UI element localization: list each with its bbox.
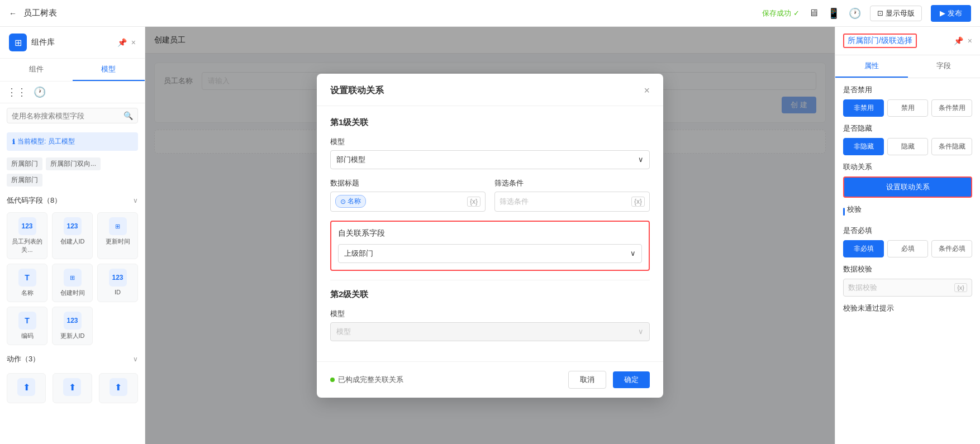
comp-icon-3: T <box>18 269 36 287</box>
pin-icon[interactable]: 📌 <box>117 38 127 47</box>
required-btn-group: 非必填 必填 条件必填 <box>843 240 972 257</box>
divider <box>330 280 650 280</box>
search-input[interactable] <box>12 112 123 120</box>
component-item-6[interactable]: T 编码 <box>7 307 47 345</box>
component-item-3[interactable]: T 名称 <box>7 264 47 302</box>
save-success-indicator: 保存成功 ✓ <box>762 8 800 18</box>
tab-attributes[interactable]: 属性 <box>835 55 908 78</box>
action-section-header[interactable]: 动作（3） ∨ <box>0 350 145 369</box>
comp-icon-5: 123 <box>109 269 127 287</box>
right-sidebar-title: 所属部门/级联选择 <box>843 34 917 48</box>
data-title-input[interactable]: ⊙ 名称 {x} <box>330 192 486 212</box>
component-item-2[interactable]: ⊞ 更新时间 <box>97 212 138 259</box>
non-disabled-option[interactable]: 非禁用 <box>843 99 884 117</box>
set-linkage-button[interactable]: 设置联动关系 <box>843 176 972 198</box>
topbar: ← 员工树表 保存成功 ✓ 🖥 📱 🕐 ⊡ 显示母版 ▶ 发布 <box>0 0 980 27</box>
low-code-title: 低代码字段（8） <box>7 195 61 206</box>
is-disabled-label: 是否禁用 <box>843 85 972 95</box>
validate-fx-label[interactable]: {x} <box>954 283 967 292</box>
component-item-5[interactable]: 123 ID <box>97 264 138 302</box>
hidden-option[interactable]: 隐藏 <box>887 138 928 155</box>
data-validate-input[interactable]: 数据校验 {x} <box>843 279 972 297</box>
modal-dialog: 设置联动关系 × 第1级关联 模型 部门模型 ∨ <box>317 74 663 398</box>
upload-icon-1: ⬆ <box>17 378 35 396</box>
low-code-section-header[interactable]: 低代码字段（8） ∨ <box>0 191 145 210</box>
modal-footer: 已构成完整关联关系 取消 确定 <box>317 361 663 398</box>
right-body: 是否禁用 非禁用 禁用 条件禁用 是否隐藏 非隐藏 隐藏 条件隐藏 联动关系 设… <box>835 78 980 444</box>
sidebar-title: 组件库 <box>31 37 117 47</box>
device-icons: 🖥 📱 🕐 <box>808 7 861 20</box>
right-close-icon[interactable]: × <box>968 36 972 45</box>
right-pin-icon[interactable]: 📌 <box>954 36 963 45</box>
upload-item-1[interactable]: ⬆ <box>7 373 46 403</box>
action-arrow-icon: ∨ <box>133 355 138 363</box>
modal-body: 第1级关联 模型 部门模型 ∨ 数据标题 ⊙ <box>317 106 663 361</box>
display-icon: ⊡ <box>877 9 883 17</box>
publish-icon: ▶ <box>940 9 945 17</box>
close-icon[interactable]: × <box>131 38 136 47</box>
component-item-1[interactable]: 123 创建人ID <box>52 212 93 259</box>
back-button[interactable]: ← <box>9 9 17 18</box>
data-validate-label: 数据校验 <box>843 264 972 274</box>
desktop-icon[interactable]: 🖥 <box>808 7 819 19</box>
logo-icon: ⊞ <box>15 37 22 48</box>
check-icon: ✓ <box>793 9 800 17</box>
comp-icon-7: 123 <box>64 312 82 330</box>
page-title: 员工树表 <box>23 8 57 18</box>
level2-model-label: 模型 <box>330 309 650 319</box>
component-item-7[interactable]: 123 更新人ID <box>52 307 93 345</box>
self-relation-select[interactable]: 上级部门 ∨ <box>338 244 642 263</box>
cancel-button[interactable]: 取消 <box>568 371 606 389</box>
component-item-4[interactable]: ⊞ 创建时间 <box>52 264 93 302</box>
model-tag-2[interactable]: 所属部门 <box>7 174 42 187</box>
tab-fields[interactable]: 字段 <box>908 55 981 78</box>
comp-icon-0: 123 <box>18 217 36 235</box>
self-select-arrow-icon: ∨ <box>630 249 636 257</box>
tab-components[interactable]: 组件 <box>0 59 73 81</box>
right-tabs: 属性 字段 <box>835 55 980 78</box>
self-relation-box: 自关联系字段 上级部门 ∨ <box>330 221 650 271</box>
upload-item-3[interactable]: ⬆ <box>99 373 138 403</box>
non-required-option[interactable]: 非必填 <box>843 240 884 257</box>
save-success-text: 保存成功 <box>762 8 791 18</box>
filter-input[interactable]: 筛选条件 {x} <box>494 192 650 212</box>
confirm-button[interactable]: 确定 <box>613 371 650 388</box>
sidebar-tabs: 组件 模型 <box>0 59 145 82</box>
model-select[interactable]: 部门模型 ∨ <box>330 150 650 169</box>
modal-header: 设置联动关系 × <box>317 74 663 106</box>
green-dot <box>330 378 335 382</box>
model-tag-0[interactable]: 所属部门 <box>7 157 42 170</box>
mobile-icon[interactable]: 📱 <box>827 7 840 20</box>
validate-divider-bar <box>843 208 845 216</box>
model-tag-1[interactable]: 所属部门双向... <box>46 157 101 170</box>
level2-model-select[interactable]: 模型 ∨ <box>330 322 650 341</box>
topbar-right: 保存成功 ✓ 🖥 📱 🕐 ⊡ 显示母版 ▶ 发布 <box>762 5 971 22</box>
non-hidden-option[interactable]: 非隐藏 <box>843 138 884 155</box>
conditional-hidden-option[interactable]: 条件隐藏 <box>931 138 972 155</box>
disabled-option[interactable]: 禁用 <box>887 99 928 117</box>
conditional-disabled-option[interactable]: 条件禁用 <box>931 99 972 117</box>
component-item-0[interactable]: 123 员工列表的关... <box>7 212 47 259</box>
validate-fail-label: 校验未通过提示 <box>843 303 972 313</box>
level1-title: 第1级关联 <box>330 117 650 128</box>
publish-button[interactable]: ▶ 发布 <box>931 5 971 22</box>
modal-close-button[interactable]: × <box>644 85 650 97</box>
tree-icon[interactable]: ⋮⋮ <box>7 86 27 98</box>
right-sidebar-icons: 📌 × <box>954 36 972 45</box>
sidebar-header-icons: 📌 × <box>117 38 136 47</box>
hidden-btn-group: 非隐藏 隐藏 条件隐藏 <box>843 138 972 155</box>
conditional-required-option[interactable]: 条件必填 <box>931 240 972 257</box>
linkage-label: 联动关系 <box>843 162 972 172</box>
tab-model[interactable]: 模型 <box>73 59 145 81</box>
sidebar-search[interactable]: 🔍 <box>7 108 138 123</box>
display-master-button[interactable]: ⊡ 显示母版 <box>870 6 922 21</box>
required-option[interactable]: 必填 <box>887 240 928 257</box>
right-sidebar-header: 所属部门/级联选择 📌 × <box>835 27 980 55</box>
clock-sidebar-icon[interactable]: 🕐 <box>34 86 46 98</box>
comp-icon-4: ⊞ <box>64 269 82 287</box>
fx-button[interactable]: {x} <box>467 197 481 207</box>
search-icon: 🔍 <box>123 111 133 120</box>
filter-fx-button[interactable]: {x} <box>631 197 645 207</box>
upload-item-2[interactable]: ⬆ <box>53 373 92 403</box>
clock-icon[interactable]: 🕐 <box>849 7 861 20</box>
